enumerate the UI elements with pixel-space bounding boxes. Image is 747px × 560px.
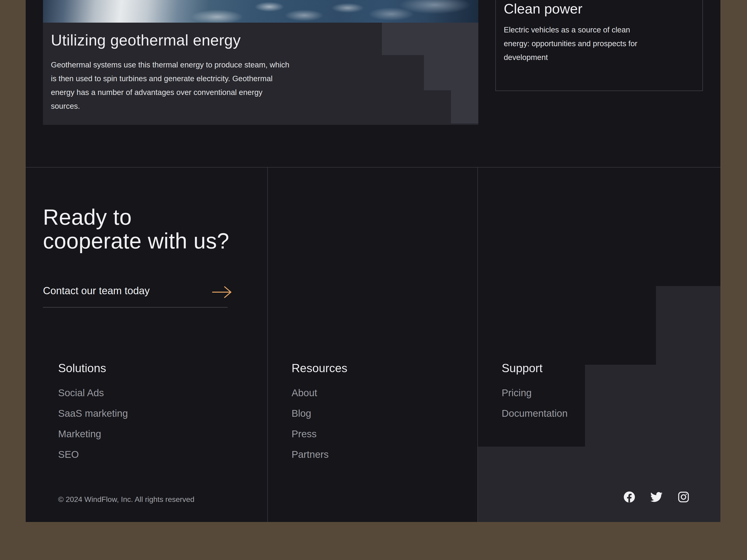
footer-link-list: About Blog Press Partners	[291, 388, 455, 460]
side-card-body-text: Electric vehicles as a source of clean e…	[504, 23, 653, 64]
social-icons-row	[623, 491, 690, 503]
copyright-text: © 2024 WindFlow, Inc. All rights reserve…	[58, 495, 195, 504]
footer-column-resources: Resources About Blog Press Partners	[291, 361, 455, 470]
footer-link-blog[interactable]: Blog	[291, 408, 455, 419]
article-body-text: Geothermal systems use this thermal ener…	[51, 58, 294, 113]
article-card-geothermal[interactable]: Utilizing geothermal energy Geothermal s…	[43, 0, 478, 125]
arrow-right-icon	[211, 285, 233, 299]
twitter-icon[interactable]	[650, 491, 663, 503]
footer-column-divider	[267, 167, 268, 522]
stair-decoration	[382, 23, 478, 55]
side-card-title: Clean power	[504, 0, 583, 18]
instagram-icon[interactable]	[677, 491, 690, 503]
webpage: Utilizing geothermal energy Geothermal s…	[26, 0, 720, 522]
footer-link-list: Pricing Documentation	[501, 388, 665, 419]
contact-underline	[43, 307, 228, 308]
footer-column-support: Support Pricing Documentation	[501, 361, 665, 429]
contact-link[interactable]: Contact our team today	[43, 283, 228, 308]
footer-link-list: Social Ads SaaS marketing Marketing SEO	[58, 388, 222, 460]
footer-link-press[interactable]: Press	[291, 429, 455, 439]
cta-heading: Ready to cooperate with us?	[43, 205, 229, 253]
contact-link-label: Contact our team today	[43, 284, 150, 297]
article-title: Utilizing geothermal energy	[51, 31, 241, 50]
footer-link-partners[interactable]: Partners	[291, 449, 455, 460]
footer-column-solutions: Solutions Social Ads SaaS marketing Mark…	[58, 361, 222, 470]
footer-stair-decoration	[478, 447, 720, 522]
earth-from-space-image	[43, 0, 478, 23]
footer-link-seo[interactable]: SEO	[58, 449, 222, 460]
cta-heading-line1: Ready to	[43, 205, 229, 229]
footer-link-pricing[interactable]: Pricing	[501, 388, 665, 398]
footer-top-border	[26, 167, 720, 167]
cta-heading-line2: cooperate with us?	[43, 229, 229, 253]
footer-link-documentation[interactable]: Documentation	[501, 408, 665, 419]
footer-link-social-ads[interactable]: Social Ads	[58, 388, 222, 398]
footer-stair-decoration	[656, 286, 720, 365]
stair-decoration	[424, 55, 478, 90]
stair-decoration	[451, 90, 478, 124]
desktop-background: Utilizing geothermal energy Geothermal s…	[0, 0, 747, 560]
facebook-icon[interactable]	[623, 491, 636, 503]
footer-link-saas-marketing[interactable]: SaaS marketing	[58, 408, 222, 419]
footer-column-title: Support	[501, 361, 665, 376]
footer-link-marketing[interactable]: Marketing	[58, 429, 222, 439]
footer-column-title: Resources	[291, 361, 455, 376]
article-card-clean-power[interactable]: Clean power Electric vehicles as a sourc…	[495, 0, 703, 91]
footer-link-about[interactable]: About	[291, 388, 455, 398]
footer-column-title: Solutions	[58, 361, 222, 376]
